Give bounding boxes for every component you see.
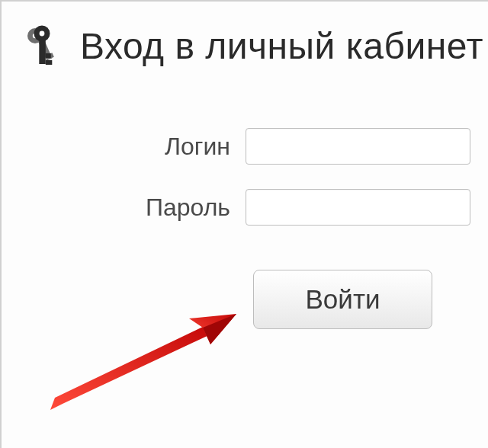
svg-rect-6 [39, 38, 46, 64]
login-panel: Вход в личный кабинет Логин Пароль Войти [2, 2, 488, 329]
svg-rect-7 [46, 53, 51, 58]
svg-point-5 [40, 31, 45, 37]
svg-marker-9 [50, 325, 212, 410]
svg-rect-8 [46, 60, 53, 65]
login-row: Логин [21, 128, 488, 165]
password-row: Пароль [21, 189, 488, 226]
keys-icon [22, 24, 65, 67]
button-row: Войти [21, 270, 488, 329]
login-input[interactable] [246, 128, 470, 165]
page-title: Вход в личный кабинет [80, 25, 483, 67]
submit-button[interactable]: Войти [253, 270, 432, 329]
password-input[interactable] [246, 189, 470, 226]
password-label: Пароль [21, 194, 246, 222]
login-label: Логин [21, 133, 246, 161]
header: Вход в личный кабинет [21, 24, 488, 67]
